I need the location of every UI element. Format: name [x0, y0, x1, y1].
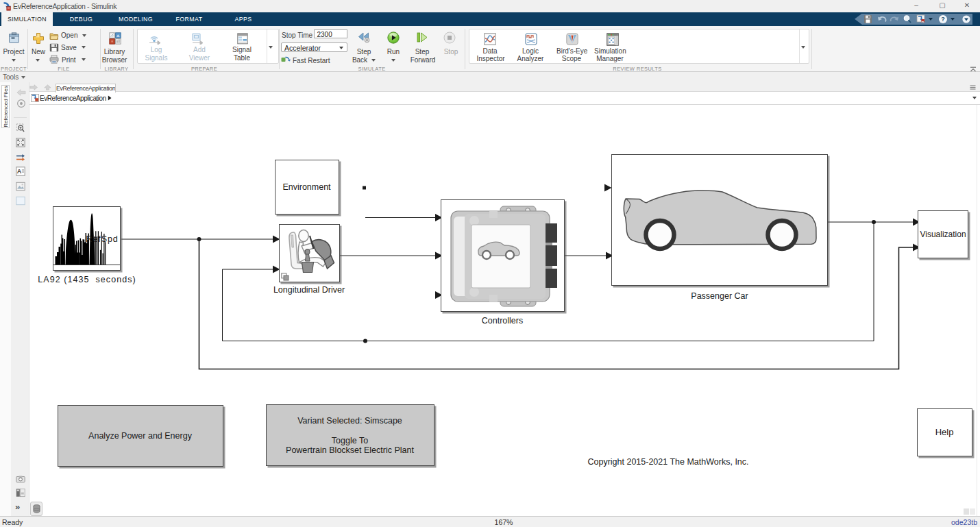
qat-new-model-icon[interactable] [916, 14, 926, 24]
print-icon[interactable] [49, 55, 59, 64]
la92-block[interactable]: RefSpd [53, 206, 121, 271]
logic-analyzer-icon[interactable] [525, 33, 537, 45]
longitudinal-driver-label[interactable]: Longitudinal Driver [268, 285, 350, 295]
step-back-line2[interactable]: Back [346, 56, 373, 64]
new-button[interactable]: New [25, 48, 52, 56]
print-button[interactable]: Print [62, 56, 76, 64]
qat-more-icon[interactable] [961, 14, 971, 24]
run-icon[interactable] [387, 32, 400, 44]
route-lines-icon[interactable] [16, 153, 25, 162]
qat-help-caret[interactable] [951, 18, 955, 21]
birdseye-scope-line2[interactable]: Scope [558, 55, 585, 62]
model-browser-icon[interactable] [16, 488, 25, 498]
new-caret[interactable] [36, 59, 40, 62]
qat-new-model-caret[interactable] [929, 18, 933, 21]
fast-restart-icon[interactable] [281, 56, 291, 63]
save-button[interactable]: Save [61, 44, 77, 51]
tab-list-icon[interactable] [970, 85, 976, 90]
analyze-button-block[interactable]: Analyze Power and Energy [58, 405, 223, 467]
review-results-caret[interactable] [801, 46, 805, 49]
data-inspector-line2[interactable]: Inspector [475, 55, 506, 62]
stop-button-label[interactable]: Stop [437, 48, 465, 56]
variant-button-block[interactable]: Variant Selected: Simscape Toggle To Pow… [266, 404, 434, 466]
save-icon[interactable] [49, 43, 59, 52]
visualization-block[interactable]: Visualization [918, 210, 968, 258]
new-icon[interactable] [32, 32, 45, 45]
step-forward-line2[interactable]: Forward [408, 56, 437, 64]
model-tab[interactable]: EvReferenceApplication [56, 84, 116, 93]
library-browser-icon[interactable] [109, 32, 121, 45]
scrollbar-corner2[interactable] [970, 508, 975, 515]
qat-undo-icon[interactable] [877, 14, 887, 24]
annotation-icon[interactable]: A [16, 167, 25, 176]
tab-debug[interactable]: DEBUG [64, 12, 99, 26]
screenshot-icon[interactable] [16, 474, 25, 484]
stop-icon[interactable] [443, 32, 456, 44]
collapse-ribbon-icon[interactable] [970, 66, 977, 72]
tab-apps[interactable]: APPS [229, 12, 258, 26]
step-back-caret[interactable] [371, 59, 376, 62]
project-icon[interactable] [8, 32, 20, 44]
open-button[interactable]: Open [61, 32, 77, 39]
simulation-manager-line2[interactable]: Manager [595, 55, 625, 62]
run-button-label[interactable]: Run [380, 48, 407, 56]
simulation-manager-icon[interactable] [607, 33, 619, 46]
tab-modeling[interactable]: MODELING [118, 12, 154, 26]
save-caret[interactable] [82, 46, 86, 49]
expand-palette-icon[interactable]: » [15, 502, 20, 512]
close-button[interactable]: ✕ [957, 0, 977, 12]
help-block[interactable]: Help [917, 408, 972, 456]
passenger-car-block[interactable] [611, 154, 828, 286]
nav-up-icon[interactable] [44, 84, 51, 90]
maximize-button[interactable]: ▢ [932, 0, 953, 12]
logic-analyzer-line2[interactable]: Analyzer [515, 55, 546, 62]
la92-label[interactable]: LA92 (1435 seconds) [32, 275, 142, 284]
project-caret[interactable] [12, 59, 16, 62]
step-back-line1[interactable]: Step [350, 48, 378, 56]
log-signals-line1[interactable]: Log [143, 46, 170, 53]
simulation-manager-line1[interactable]: Simulation [594, 47, 626, 55]
breadcrumb-model-name[interactable]: EvReferenceApplication [40, 95, 106, 102]
open-icon[interactable] [49, 32, 59, 40]
nav-forward-icon[interactable] [29, 84, 38, 90]
open-caret[interactable] [82, 34, 86, 37]
qat-redo-icon[interactable] [890, 14, 899, 24]
controllers-block[interactable] [441, 199, 565, 312]
log-signals-icon[interactable] [149, 33, 163, 45]
simulation-mode-select[interactable]: Accelerator [281, 42, 347, 52]
step-forward-line1[interactable]: Step [408, 48, 436, 56]
zoom-indicator-icon[interactable] [16, 99, 26, 108]
prepare-caret[interactable] [269, 46, 273, 49]
project-button[interactable]: Project [0, 48, 27, 56]
step-back-icon[interactable] [357, 32, 371, 43]
tab-format[interactable]: FORMAT [173, 12, 205, 26]
library-browser-line1[interactable]: Library [100, 48, 129, 56]
add-viewer-line2[interactable]: Viewer [186, 54, 213, 62]
library-browser-line2[interactable]: Browser [100, 56, 129, 64]
passenger-car-label[interactable]: Passenger Car [678, 291, 761, 301]
signal-table-line1[interactable]: Signal [228, 46, 256, 53]
minimize-button[interactable]: – [906, 0, 927, 12]
scrollbar-corner[interactable] [964, 508, 969, 515]
signal-table-icon[interactable] [237, 33, 248, 45]
referenced-files-tab[interactable]: Referenced Files [1, 85, 10, 128]
status-solver[interactable]: ode23tb [951, 518, 977, 526]
stop-time-input[interactable]: 2300 [314, 29, 347, 39]
logic-analyzer-line1[interactable]: Logic [516, 47, 545, 55]
tools-label[interactable]: Tools [3, 73, 19, 81]
run-caret[interactable] [391, 59, 395, 62]
controllers-label[interactable]: Controllers [461, 316, 543, 326]
diagram-canvas[interactable]: RefSpd LA92 (1435 seconds) Environment [29, 105, 977, 517]
zoom-select-icon[interactable] [16, 123, 25, 133]
birdseye-scope-line1[interactable]: Bird's-Eye [556, 47, 587, 55]
birdseye-scope-icon[interactable] [566, 33, 578, 45]
data-inspector-icon[interactable] [484, 33, 496, 45]
area-icon[interactable] [16, 196, 25, 206]
qat-save-icon[interactable] [863, 14, 872, 24]
longitudinal-driver-block[interactable] [279, 224, 340, 282]
environment-block[interactable]: Environment [275, 160, 339, 215]
breadcrumb-caret[interactable] [972, 97, 977, 99]
fast-restart-label[interactable]: Fast Restart [293, 57, 330, 64]
add-viewer-icon[interactable] [192, 33, 206, 45]
log-signals-line2[interactable]: Signals [143, 54, 170, 62]
